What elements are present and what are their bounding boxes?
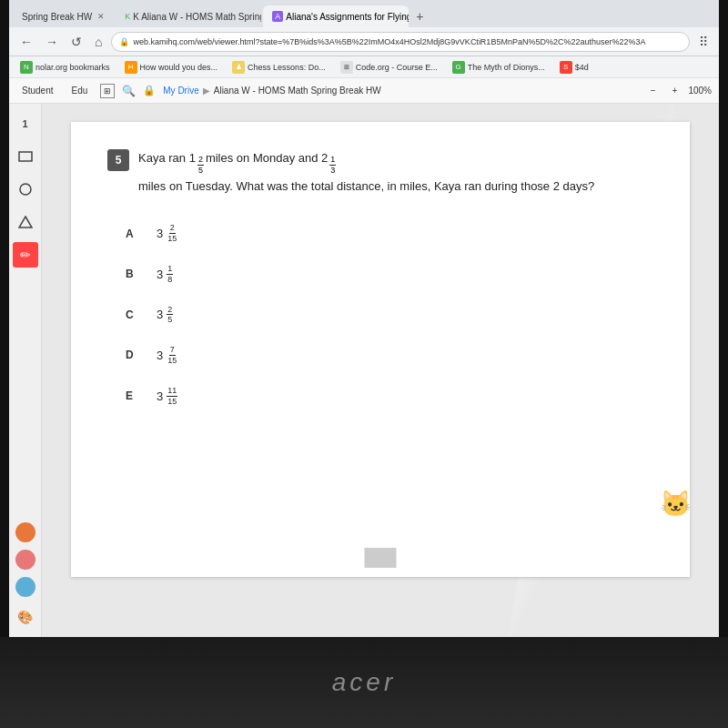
bottom-bezel: acer xyxy=(0,637,728,728)
color-orange[interactable] xyxy=(15,522,35,542)
main-area: 1 ✏ 🎨 xyxy=(9,104,719,637)
choice-d[interactable]: D 3 7 15 xyxy=(126,345,653,366)
home-button[interactable]: ⌂ xyxy=(91,33,106,51)
page-number-box xyxy=(365,548,397,568)
choice-b-display: 3 1 8 xyxy=(157,264,173,285)
choice-e-den: 15 xyxy=(167,397,177,407)
tab-close-icon[interactable]: ✕ xyxy=(97,12,105,21)
tab-label: Spring Break HW xyxy=(22,12,92,22)
answer-choices: A 3 2 15 B xyxy=(126,223,653,406)
choice-d-num: 7 xyxy=(169,345,176,356)
zoom-out-button[interactable]: − xyxy=(645,84,662,97)
bookmark-nolar[interactable]: N nolar.org bookmarks xyxy=(16,59,114,76)
bookmark-myth[interactable]: G The Myth of Dionys... xyxy=(449,59,549,76)
address-input[interactable]: 🔒 web.kamihq.com/web/viewer.html?state=%… xyxy=(111,32,690,52)
bookmark-myth-label: The Myth of Dionys... xyxy=(468,63,545,72)
choice-e[interactable]: E 3 11 15 xyxy=(126,386,653,407)
choice-b-num: 1 xyxy=(167,264,173,275)
question-body: Kaya ran 1 2 5 miles on Monday and 2 1 3 xyxy=(138,149,653,196)
grid-icon: ⊞ xyxy=(100,84,115,98)
content-area: 5 Kaya ran 1 2 5 miles on Monday and 2 xyxy=(42,104,719,637)
palette-tool[interactable]: 🎨 xyxy=(13,604,38,630)
extensions-button[interactable]: ⠿ xyxy=(695,33,712,51)
question-text-part2: miles on Monday and 2 xyxy=(206,149,328,168)
inline-frac2-den: 3 xyxy=(329,166,336,176)
svg-rect-0 xyxy=(19,152,32,161)
rectangle-tool[interactable] xyxy=(13,144,38,169)
choice-c-display: 3 2 5 xyxy=(157,305,173,326)
choice-a-letter: A xyxy=(126,228,144,240)
tab-label-3: Aliana's Assignments for Flying xyxy=(286,12,409,22)
inline-frac1-num: 2 xyxy=(197,155,204,166)
color-pink[interactable] xyxy=(15,550,35,570)
breadcrumb-root[interactable]: My Drive xyxy=(163,86,198,96)
inline-frac1-den: 5 xyxy=(197,166,204,176)
forward-button[interactable]: → xyxy=(42,33,62,51)
tab-spring-break[interactable]: Spring Break HW ✕ xyxy=(13,5,114,27)
new-tab-button[interactable]: + xyxy=(410,5,429,27)
monitor: Spring Break HW ✕ K K Aliana W - HOMS Ma… xyxy=(0,0,728,728)
choice-c-letter: C xyxy=(126,308,144,321)
back-button[interactable]: ← xyxy=(16,33,36,51)
browser-window: Spring Break HW ✕ K K Aliana W - HOMS Ma… xyxy=(9,0,719,637)
question-text-part1: Kaya ran 1 xyxy=(138,149,196,168)
bookmark-myth-icon: G xyxy=(452,61,465,74)
edu-button[interactable]: Edu xyxy=(66,84,93,97)
search-icon[interactable]: 🔍 xyxy=(122,85,136,97)
question-text-container: Kaya ran 1 2 5 miles on Monday and 2 1 3 xyxy=(138,149,653,196)
bookmark-chess[interactable]: ♟ Chess Lessons: Do... xyxy=(228,59,329,76)
right-decoration: 🐱 xyxy=(660,489,692,519)
question-header: 5 Kaya ran 1 2 5 miles on Monday and 2 xyxy=(107,149,653,196)
choice-b-letter: B xyxy=(126,268,144,280)
reload-button[interactable]: ↺ xyxy=(67,33,86,51)
bookmark-code[interactable]: ⊞ Code.org - Course E... xyxy=(337,59,441,76)
number-tool[interactable]: 1 xyxy=(13,111,38,136)
tab-bar: Spring Break HW ✕ K K Aliana W - HOMS Ma… xyxy=(9,0,719,27)
triangle-tool[interactable] xyxy=(13,209,38,235)
choice-a[interactable]: A 3 2 15 xyxy=(126,223,653,244)
bookmark-how-label: How would you des... xyxy=(140,63,218,72)
choice-b-whole: 3 xyxy=(157,268,163,281)
pen-tool[interactable]: ✏ xyxy=(13,242,38,268)
color-blue[interactable] xyxy=(15,577,35,597)
tab-homs-math[interactable]: K K Aliana W - HOMS Math Spring B... ✕ xyxy=(116,5,261,27)
bookmark-s4d-icon: S xyxy=(560,61,572,74)
tab-label-2: K Aliana W - HOMS Math Spring B... xyxy=(133,12,261,22)
choice-a-fraction: 2 15 xyxy=(167,223,177,244)
question-text-part3: miles on Tuesday. What was the total dis… xyxy=(138,177,594,197)
bookmark-how[interactable]: H How would you des... xyxy=(121,59,222,76)
drive-icon: 🔒 xyxy=(143,85,156,96)
screen: Spring Break HW ✕ K K Aliana W - HOMS Ma… xyxy=(9,0,719,637)
toolbar-right: − + 100% xyxy=(645,84,712,97)
bookmark-s4d-label: $4d xyxy=(575,63,589,72)
tab-k-icon: K xyxy=(125,12,130,21)
bookmark-code-icon: ⊞ xyxy=(340,61,353,74)
zoom-level: 100% xyxy=(688,86,712,96)
choice-a-display: 3 2 15 xyxy=(157,223,177,244)
choice-c[interactable]: C 3 2 5 xyxy=(126,305,653,326)
choice-b-fraction: 1 8 xyxy=(167,264,173,285)
tab-assignments[interactable]: A Aliana's Assignments for Flying ✕ xyxy=(263,5,409,27)
acer-logo: acer xyxy=(332,668,396,697)
choice-b[interactable]: B 3 1 8 xyxy=(126,264,653,285)
svg-marker-2 xyxy=(19,217,32,228)
breadcrumb: My Drive ▶ Aliana W - HOMS Math Spring B… xyxy=(163,86,380,96)
choice-e-fraction: 11 15 xyxy=(167,386,177,407)
choice-e-num: 11 xyxy=(167,386,177,397)
choice-c-den: 5 xyxy=(167,315,173,325)
circle-tool[interactable] xyxy=(13,177,38,202)
url-text: web.kamihq.com/web/viewer.html?state=%7B… xyxy=(133,37,645,46)
student-button[interactable]: Student xyxy=(16,84,58,97)
bookmark-s4d[interactable]: S $4d xyxy=(556,59,592,76)
choice-a-num: 2 xyxy=(169,223,176,234)
choice-a-den: 15 xyxy=(167,234,177,244)
choice-d-letter: D xyxy=(126,349,144,361)
bookmark-how-icon: H xyxy=(125,61,137,74)
bookmark-code-label: Code.org - Course E... xyxy=(356,63,438,72)
choice-d-fraction: 7 15 xyxy=(167,345,177,366)
inline-fraction-2: 1 3 xyxy=(329,155,336,176)
choice-c-whole: 3 xyxy=(157,308,163,321)
choice-d-display: 3 7 15 xyxy=(157,345,177,366)
address-bar-row: ← → ↺ ⌂ 🔒 web.kamihq.com/web/viewer.html… xyxy=(9,27,719,56)
zoom-in-button[interactable]: + xyxy=(667,84,683,97)
